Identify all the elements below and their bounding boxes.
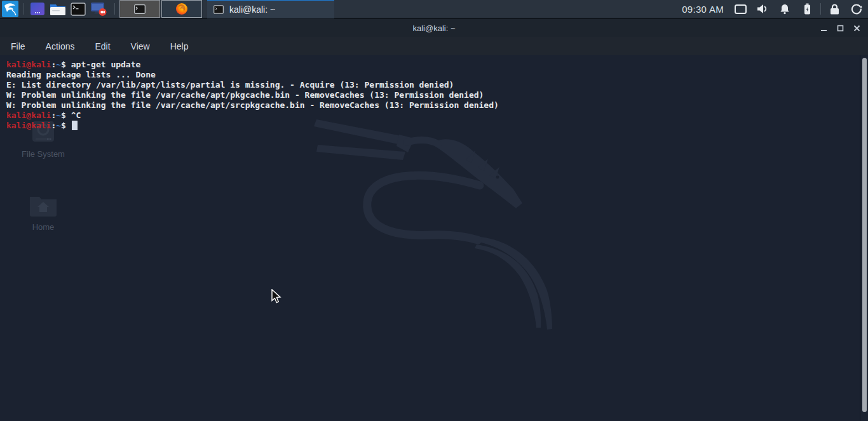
window-controls xyxy=(817,19,863,37)
panel-separator xyxy=(114,3,115,15)
scrollbar[interactable] xyxy=(860,55,868,421)
pinned-firefox-button[interactable] xyxy=(161,0,202,18)
panel-separator xyxy=(24,3,24,15)
taskbar-window-button[interactable]: kali@kali: ~ xyxy=(207,0,334,18)
menu-bar: FileActionsEditViewHelp xyxy=(0,37,868,55)
minimize-icon xyxy=(820,25,827,32)
menu-item-help[interactable]: Help xyxy=(168,40,191,53)
screen-recorder-icon xyxy=(90,2,107,17)
panel-separator xyxy=(820,3,821,15)
terminal-mini-icon xyxy=(134,4,146,14)
terminal-line: kali@kali:~$ xyxy=(6,121,499,131)
maximize-button[interactable] xyxy=(834,22,846,34)
terminal-line: Reading package lists ... Done xyxy=(6,70,499,80)
terminal-icon xyxy=(71,3,86,16)
terminal-viewport[interactable]: File System Home kali@kali:~$ apt-get up… xyxy=(0,55,868,421)
desktop-screen: kali@kali: ~ 09:30 AM xyxy=(0,0,868,421)
display-icon[interactable] xyxy=(734,3,747,15)
terminal-line: E: List directory /var/lib/apt/lists/par… xyxy=(6,80,499,90)
file-manager-launcher[interactable] xyxy=(29,1,46,17)
scrollbar-thumb[interactable] xyxy=(862,58,867,412)
menu-item-edit[interactable]: Edit xyxy=(93,40,112,53)
terminal-output: kali@kali:~$ apt-get updateReading packa… xyxy=(6,60,499,131)
window-title: kali@kali: ~ xyxy=(412,23,455,33)
screen-lock-icon[interactable] xyxy=(828,3,841,15)
desktop-icon-label: File System xyxy=(13,149,74,159)
volume-icon[interactable] xyxy=(756,3,769,15)
close-icon xyxy=(853,25,860,32)
top-panel: kali@kali: ~ 09:30 AM xyxy=(0,0,868,19)
terminal-launcher[interactable] xyxy=(69,1,87,17)
taskbar-window-label: kali@kali: ~ xyxy=(229,4,275,15)
folder-icon xyxy=(50,3,66,16)
close-button[interactable] xyxy=(850,22,863,34)
terminal-line: kali@kali:~$ ^C xyxy=(6,110,499,121)
maximize-icon xyxy=(837,25,844,32)
home-folder-icon xyxy=(29,193,58,217)
screen-recorder-launcher[interactable] xyxy=(90,1,107,17)
menu-item-file[interactable]: File xyxy=(9,40,27,53)
desktop-icon-label: Home xyxy=(13,222,74,232)
battery-icon[interactable] xyxy=(801,3,813,15)
desktop-icon-home[interactable]: Home xyxy=(13,193,74,232)
titlebar[interactable]: kali@kali: ~ xyxy=(0,19,868,37)
folder-launcher[interactable] xyxy=(49,1,67,17)
pinned-terminal-button[interactable] xyxy=(119,0,160,18)
terminal-line: W: Problem unlinking the file /var/cache… xyxy=(6,90,499,100)
menu-item-view[interactable]: View xyxy=(129,40,152,53)
file-manager-icon xyxy=(30,2,45,16)
power-session-icon[interactable] xyxy=(850,3,863,15)
terminal-line: kali@kali:~$ apt-get update xyxy=(6,60,499,70)
terminal-cursor xyxy=(72,121,78,130)
minimize-button[interactable] xyxy=(817,22,830,34)
applications-menu-button[interactable] xyxy=(1,1,19,17)
system-tray xyxy=(734,3,813,15)
menu-item-actions[interactable]: Actions xyxy=(44,40,77,53)
firefox-icon xyxy=(175,3,188,15)
clock[interactable]: 09:30 AM xyxy=(682,4,724,15)
terminal-mini-icon xyxy=(214,5,224,14)
kali-dragon-watermark xyxy=(311,113,559,342)
kali-logo-icon xyxy=(2,1,18,17)
notifications-bell-icon[interactable] xyxy=(778,3,791,15)
terminal-line: W: Problem unlinking the file /var/cache… xyxy=(6,100,499,110)
